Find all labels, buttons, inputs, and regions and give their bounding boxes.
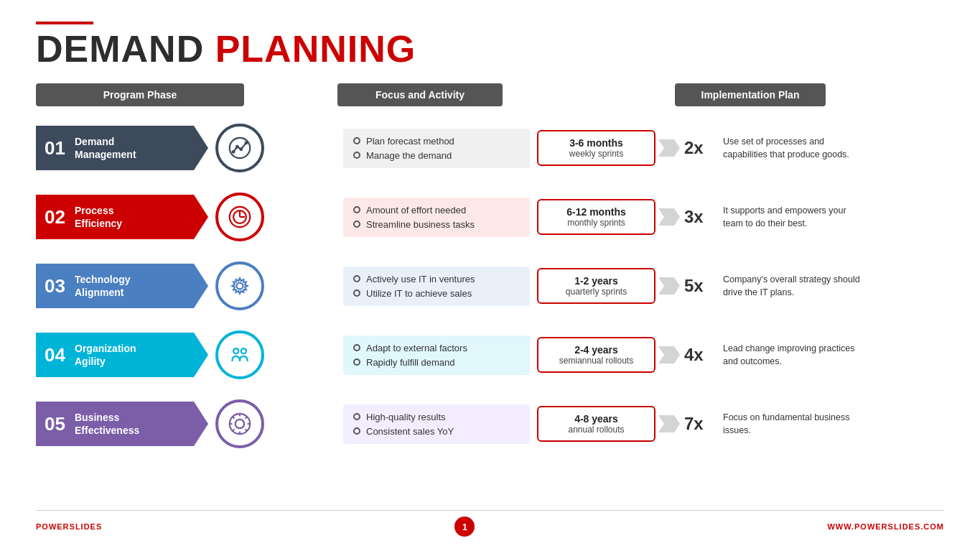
focus-text: High-quality results <box>366 412 446 422</box>
title-word1: DEMAND <box>36 28 204 70</box>
arrow-body: 04 OrganizationAgility <box>36 333 208 377</box>
svg-marker-5 <box>658 139 680 157</box>
bullet <box>353 152 360 159</box>
impl-block: 1-2 years quarterly sprints 5x Company's… <box>537 268 867 304</box>
impl-sprint: semiannual rollouts <box>549 356 644 366</box>
phase-number: 03 <box>45 275 67 297</box>
phase-number: 05 <box>45 413 67 435</box>
arrow-shape: 02 ProcessEfficiency <box>36 195 208 239</box>
phase-title: TechnologyAlignment <box>75 273 131 299</box>
arrow-connector <box>658 277 680 295</box>
svg-line-24 <box>246 417 248 419</box>
focus-item: Streamline business tasks <box>353 219 520 230</box>
phase-number: 02 <box>45 206 67 228</box>
svg-point-14 <box>241 348 246 353</box>
focus-item: Adapt to external factors <box>353 343 520 353</box>
impl-sprint: monthly sprints <box>549 218 644 228</box>
header-focus: Focus and Activity <box>337 83 503 106</box>
impl-box: 2-4 years semiannual rollouts <box>537 337 655 373</box>
impl-block: 3-6 months weekly sprints 2x Use set of … <box>537 130 867 166</box>
phase-icon <box>215 399 264 448</box>
description: Lead change improving practices and outc… <box>723 342 867 368</box>
description: Focus on fundamental business issues. <box>723 411 867 437</box>
svg-marker-12 <box>658 277 680 295</box>
footer: POWERSLIDES 1 WWW.POWERSLIDES.COM <box>36 510 944 537</box>
impl-box: 6-12 months monthly sprints <box>537 199 655 235</box>
phase-title: OrganizationAgility <box>75 342 136 368</box>
focus-item: Manage the demand <box>353 150 520 161</box>
multiplier: 2x <box>684 138 714 158</box>
impl-sprint: weekly sprints <box>549 149 644 159</box>
phase-icon <box>215 193 264 241</box>
impl-box: 3-6 months weekly sprints <box>537 130 655 166</box>
page-title: DEMAND PLANNING <box>36 30 944 68</box>
arrow-connector <box>658 139 680 157</box>
bullet <box>353 290 360 297</box>
bullet <box>353 413 360 420</box>
description: Company's overall strategy should drive … <box>723 273 867 299</box>
svg-line-25 <box>233 430 235 432</box>
focus-text: Consistent sales YoY <box>366 426 454 437</box>
impl-time: 2-4 years <box>549 344 644 356</box>
phase-title: DemandManagement <box>75 135 136 161</box>
impl-block: 6-12 months monthly sprints 3x It suppor… <box>537 199 867 235</box>
svg-line-22 <box>233 417 235 419</box>
focus-block: High-quality results Consistent sales Yo… <box>343 404 530 444</box>
impl-sprint: annual rollouts <box>549 425 644 435</box>
focus-item: Consistent sales YoY <box>353 426 520 437</box>
arrow-body: 03 TechnologyAlignment <box>36 264 208 308</box>
phase-number: 04 <box>45 344 67 366</box>
phase-icon <box>215 124 264 172</box>
phase-icon <box>215 330 264 379</box>
arrow-shape: 03 TechnologyAlignment <box>36 264 208 308</box>
phase-number: 01 <box>45 137 67 159</box>
bullet <box>353 137 360 144</box>
description: It supports and empowers your team to do… <box>723 204 867 230</box>
description: Use set of processes and capabilities th… <box>723 135 867 161</box>
phase-icon <box>215 261 264 310</box>
focus-item: High-quality results <box>353 412 520 422</box>
arrow-connector <box>658 208 680 226</box>
impl-box: 4-8 years annual rollouts <box>537 406 655 442</box>
bullet <box>353 427 360 435</box>
arrow-shape: 04 OrganizationAgility <box>36 333 208 377</box>
svg-point-4 <box>246 142 248 144</box>
multiplier: 3x <box>684 207 714 227</box>
phase-block: 04 OrganizationAgility <box>36 330 337 379</box>
impl-time: 3-6 months <box>549 137 644 149</box>
focus-block: Plan forecast method Manage the demand <box>343 129 530 168</box>
arrow-body: 05 BusinessEffectiveness <box>36 402 208 446</box>
phase-block: 02 ProcessEfficiency <box>36 193 337 241</box>
multiplier: 4x <box>684 345 714 365</box>
focus-block: Actively use IT in ventures Utilize IT t… <box>343 267 530 306</box>
row-row5: 05 BusinessEffectiveness High-quality re… <box>36 392 944 455</box>
svg-marker-15 <box>658 346 680 364</box>
focus-block: Adapt to external factors Rapidly fulfil… <box>343 335 530 375</box>
focus-text: Plan forecast method <box>366 136 454 147</box>
svg-point-3 <box>240 148 242 150</box>
arrow-connector <box>658 346 680 364</box>
impl-sprint: quarterly sprints <box>549 287 644 297</box>
impl-time: 1-2 years <box>549 275 644 287</box>
title-word2: PLANNING <box>215 28 416 70</box>
bullet <box>353 221 360 228</box>
multiplier: 7x <box>684 414 714 434</box>
bullet <box>353 358 360 366</box>
impl-block: 4-8 years annual rollouts 7x Focus on fu… <box>537 406 867 442</box>
title-area: DEMAND PLANNING <box>36 30 944 68</box>
row-row3: 03 TechnologyAlignment Actively use IT i… <box>36 254 944 318</box>
focus-text: Utilize IT to achieve sales <box>366 288 472 299</box>
svg-marker-10 <box>658 208 680 226</box>
arrow-shape: 01 DemandManagement <box>36 126 208 170</box>
svg-point-1 <box>233 151 235 153</box>
impl-time: 4-8 years <box>549 413 644 425</box>
arrow-body: 02 ProcessEfficiency <box>36 195 208 239</box>
focus-block: Amount of effort needed Streamline busin… <box>343 198 530 237</box>
bullet <box>353 275 360 282</box>
phase-block: 05 BusinessEffectiveness <box>36 399 337 448</box>
row-row1: 01 DemandManagement Plan forecast method… <box>36 116 944 180</box>
impl-block: 2-4 years semiannual rollouts 4x Lead ch… <box>537 337 867 373</box>
impl-time: 6-12 months <box>549 206 644 218</box>
accent-line <box>36 22 93 24</box>
arrow-body: 01 DemandManagement <box>36 126 208 170</box>
